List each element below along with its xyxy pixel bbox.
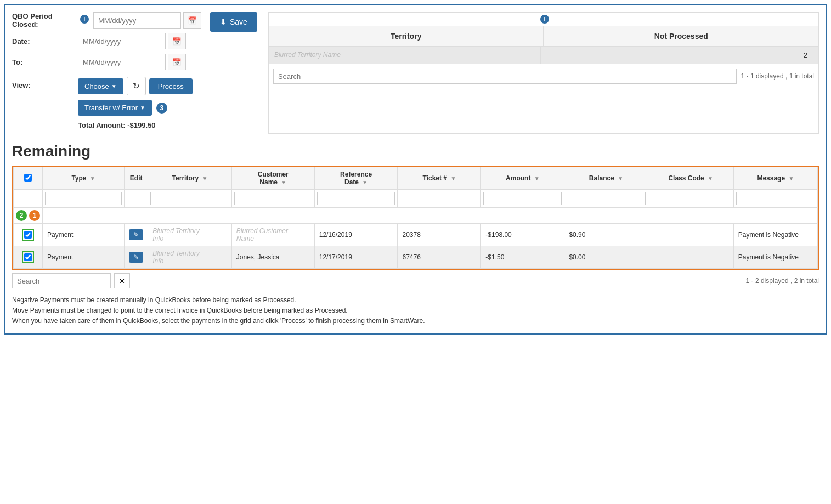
amount-filter-cell bbox=[481, 190, 564, 208]
select-all-header[interactable] bbox=[14, 167, 43, 190]
table-row: Payment ✎ Blurred TerritoryInfo Blurred … bbox=[14, 224, 818, 246]
territory-filter-cell bbox=[148, 190, 232, 208]
type-filter-input[interactable] bbox=[45, 192, 122, 205]
calendar-icon-3: 📅 bbox=[172, 58, 182, 66]
qbo-period-label: QBO Period Closed: bbox=[12, 12, 78, 29]
row2-territory: Blurred TerritoryInfo bbox=[148, 246, 232, 269]
message-filter-input[interactable] bbox=[736, 192, 815, 205]
qbo-info-icon[interactable]: i bbox=[80, 15, 89, 24]
table-row: Payment ✎ Blurred TerritoryInfo Jones, J… bbox=[14, 246, 818, 269]
row2-refdate: 12/17/2019 bbox=[314, 246, 398, 269]
date-input[interactable] bbox=[78, 33, 166, 49]
reference-date-header[interactable]: ReferenceDate ▼ bbox=[314, 167, 398, 190]
balance-filter-input[interactable] bbox=[567, 192, 645, 205]
right-panel-search-input[interactable] bbox=[273, 69, 737, 84]
select-all-checkbox[interactable] bbox=[24, 174, 32, 182]
row1-type: Payment bbox=[43, 224, 125, 246]
save-button[interactable]: ⬇ Save bbox=[210, 12, 257, 32]
customer-filter-cell bbox=[231, 190, 314, 208]
row1-territory: Blurred TerritoryInfo bbox=[148, 224, 232, 246]
territory-header-col[interactable]: Territory ▼ bbox=[148, 167, 232, 190]
refdate-sort-icon: ▼ bbox=[362, 179, 368, 185]
row2-type: Payment bbox=[43, 246, 125, 269]
message-header[interactable]: Message ▼ bbox=[733, 167, 817, 190]
balance-header[interactable]: Balance ▼ bbox=[564, 167, 648, 190]
customer-sort-icon: ▼ bbox=[281, 179, 286, 185]
territory-sort-icon: ▼ bbox=[202, 175, 207, 182]
transfer-error-button[interactable]: Transfer w/ Error ▼ bbox=[78, 100, 152, 116]
row2-message: Payment is Negative bbox=[733, 246, 817, 269]
badge-3: 3 bbox=[156, 103, 167, 114]
badge-2-green: 2 bbox=[16, 210, 27, 221]
calendar-icon: 📅 bbox=[188, 16, 197, 25]
customer-name-header[interactable]: CustomerName ▼ bbox=[231, 167, 314, 190]
row1-checkbox[interactable] bbox=[24, 231, 32, 239]
to-date-input[interactable] bbox=[78, 54, 166, 70]
class-code-header[interactable]: Class Code ▼ bbox=[648, 167, 733, 190]
times-icon: ✕ bbox=[119, 277, 125, 285]
classcode-filter-cell bbox=[648, 190, 733, 208]
balance-filter-cell bbox=[564, 190, 648, 208]
balance-sort-icon: ▼ bbox=[618, 175, 623, 182]
choose-chevron-icon: ▼ bbox=[111, 83, 117, 89]
row2-checkbox-wrapper bbox=[22, 251, 34, 263]
right-panel-info-icon[interactable]: i bbox=[540, 15, 549, 24]
qbo-calendar-button[interactable]: 📅 bbox=[183, 12, 201, 29]
type-header[interactable]: Type ▼ bbox=[43, 167, 125, 190]
right-panel-count: 1 - 1 displayed , 1 in total bbox=[741, 72, 814, 80]
remaining-title: Remaining bbox=[12, 143, 819, 160]
calendar-icon-2: 📅 bbox=[172, 37, 182, 46]
customer-filter-input[interactable] bbox=[234, 192, 312, 205]
row2-customer: Jones, Jessica bbox=[231, 246, 314, 269]
filter-checkbox-col bbox=[14, 190, 43, 208]
date-label: Date: bbox=[12, 37, 78, 46]
row2-balance: $0.00 bbox=[564, 246, 648, 269]
transfer-chevron-icon: ▼ bbox=[140, 105, 145, 111]
amount-filter-input[interactable] bbox=[483, 192, 562, 205]
ticket-filter-cell bbox=[398, 190, 481, 208]
choose-button[interactable]: Choose ▼ bbox=[78, 78, 123, 94]
row1-checkbox-wrapper bbox=[22, 229, 34, 241]
row1-edit-cell: ✎ bbox=[125, 224, 148, 246]
bottom-search-input[interactable] bbox=[12, 273, 111, 288]
territory-header: Territory bbox=[269, 26, 544, 47]
pencil-icon-2: ✎ bbox=[133, 253, 139, 261]
process-button[interactable]: Process bbox=[149, 78, 193, 94]
row2-ticket: 67476 bbox=[398, 246, 481, 269]
ticket-filter-input[interactable] bbox=[400, 192, 478, 205]
row1-edit-button[interactable]: ✎ bbox=[129, 229, 143, 240]
refdate-filter-input[interactable] bbox=[317, 192, 395, 205]
row1-classcode bbox=[648, 224, 733, 246]
row2-classcode bbox=[648, 246, 733, 269]
not-processed-count: 2 bbox=[541, 47, 818, 64]
refresh-icon: ↻ bbox=[133, 81, 140, 90]
classcode-filter-input[interactable] bbox=[651, 192, 731, 205]
ticket-sort-icon: ▼ bbox=[450, 175, 456, 182]
refresh-button[interactable]: ↻ bbox=[127, 77, 146, 95]
to-calendar-button[interactable]: 📅 bbox=[168, 54, 186, 70]
edit-header: Edit bbox=[125, 167, 148, 190]
row2-checkbox[interactable] bbox=[24, 253, 32, 261]
notice-1: Negative Payments must be created manual… bbox=[12, 295, 819, 305]
notices-block: Negative Payments must be created manual… bbox=[12, 295, 819, 327]
amount-sort-icon: ▼ bbox=[534, 175, 540, 182]
territory-filter-input[interactable] bbox=[150, 192, 229, 205]
ticket-header[interactable]: Ticket # ▼ bbox=[398, 167, 481, 190]
row1-checkbox-cell bbox=[14, 224, 43, 246]
save-icon: ⬇ bbox=[220, 18, 227, 26]
date-calendar-button[interactable]: 📅 bbox=[168, 33, 186, 49]
type-sort-icon: ▼ bbox=[90, 175, 95, 182]
clear-search-button[interactable]: ✕ bbox=[114, 273, 130, 288]
total-amount-label: Total Amount: bbox=[78, 121, 126, 129]
territory-row-value: Blurred Territory Name bbox=[269, 47, 541, 64]
qbo-date-input[interactable] bbox=[93, 12, 181, 29]
badge-spacer bbox=[43, 208, 818, 224]
amount-header[interactable]: Amount ▼ bbox=[481, 167, 564, 190]
to-label: To: bbox=[12, 58, 78, 66]
row1-amount: -$198.00 bbox=[481, 224, 564, 246]
row1-balance: $0.90 bbox=[564, 224, 648, 246]
row2-edit-button[interactable]: ✎ bbox=[129, 252, 143, 263]
edit-filter-cell bbox=[125, 190, 148, 208]
type-filter-cell bbox=[43, 190, 125, 208]
message-sort-icon: ▼ bbox=[788, 175, 794, 182]
